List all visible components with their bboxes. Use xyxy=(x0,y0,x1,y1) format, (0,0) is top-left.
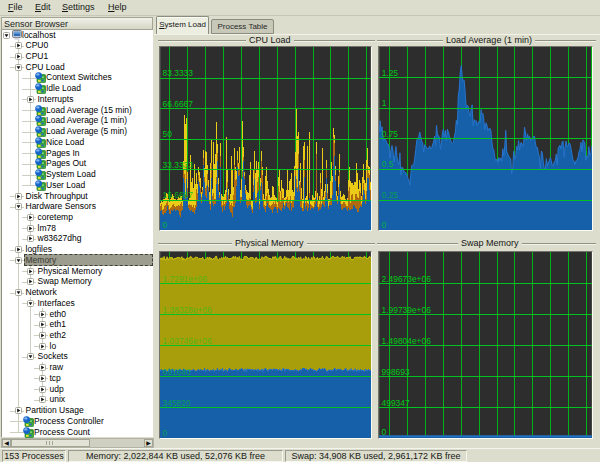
svg-text:0.5: 0.5 xyxy=(382,159,394,169)
svg-text:0: 0 xyxy=(163,220,168,230)
svg-text:1.03746e+06: 1.03746e+06 xyxy=(163,336,213,346)
svg-text:1.38328e+06: 1.38328e+06 xyxy=(163,305,213,315)
svg-text:1.25: 1.25 xyxy=(382,68,399,78)
svg-text:0.75: 0.75 xyxy=(382,129,399,139)
svg-text:2.49673e+06: 2.49673e+06 xyxy=(382,274,432,284)
svg-text:499347: 499347 xyxy=(382,398,410,408)
svg-text:50: 50 xyxy=(163,129,173,139)
svg-text:0: 0 xyxy=(163,428,168,438)
svg-text:83.3333: 83.3333 xyxy=(163,68,194,78)
svg-text:0.25: 0.25 xyxy=(382,190,399,200)
svg-text:1: 1 xyxy=(382,98,387,108)
svg-text:16.6667: 16.6667 xyxy=(163,190,194,200)
svg-text:0: 0 xyxy=(382,427,387,437)
svg-text:66.6667: 66.6667 xyxy=(163,99,194,109)
svg-text:691640: 691640 xyxy=(163,367,191,377)
svg-text:33.3333: 33.3333 xyxy=(163,160,194,170)
svg-text:1.7291e+06: 1.7291e+06 xyxy=(163,274,208,284)
svg-text:1.99739e+06: 1.99739e+06 xyxy=(382,305,432,315)
svg-text:0: 0 xyxy=(382,220,387,230)
svg-text:345820: 345820 xyxy=(163,398,191,408)
svg-text:1.49804e+06: 1.49804e+06 xyxy=(382,336,432,346)
svg-text:998693: 998693 xyxy=(382,367,410,377)
